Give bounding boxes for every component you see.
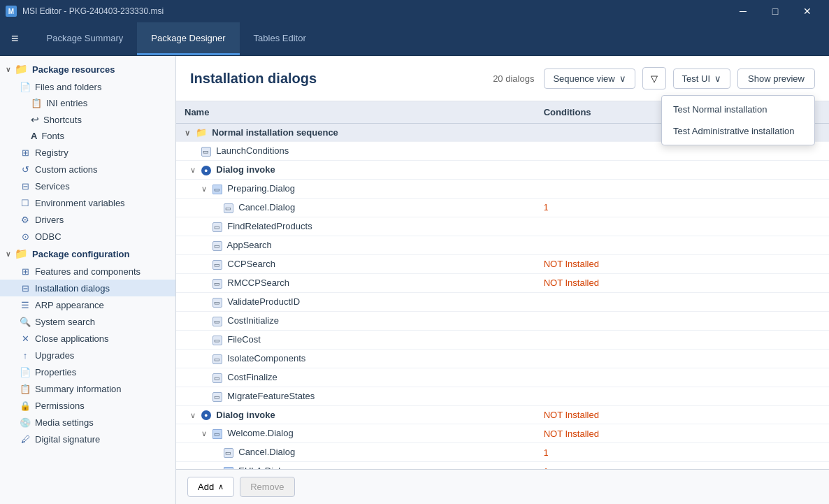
- fonts-icon: A: [31, 131, 37, 141]
- action-icon: ▭: [212, 279, 222, 289]
- sidebar-item-fonts[interactable]: A Fonts: [0, 128, 175, 144]
- table-row[interactable]: ∨ ▭ Preparing.Dialog: [176, 179, 829, 198]
- tab-package-designer[interactable]: Package Designer: [137, 22, 239, 55]
- arp-appearance-icon: ☰: [20, 299, 31, 310]
- tab-package-summary[interactable]: Package Summary: [33, 22, 138, 55]
- table-body: ∨ 📁 Normal installation sequence ▭ Launc…: [176, 124, 829, 470]
- sidebar-item-services[interactable]: ⊟ Services: [0, 178, 175, 194]
- sidebar-item-installation-dialogs[interactable]: ⊟ Installation dialogs: [0, 280, 175, 296]
- sequence-view-button[interactable]: Sequence view ∨: [544, 69, 635, 89]
- page-title: Installation dialogs: [190, 71, 317, 87]
- test-ui-button[interactable]: Test UI ∨: [673, 69, 730, 89]
- sidebar-item-arp-appearance[interactable]: ☰ ARP appearance: [0, 296, 175, 313]
- custom-actions-icon: ↺: [20, 164, 31, 175]
- header-actions: 20 dialogs Sequence view ∨ ▽ Test UI ∨ S…: [493, 67, 815, 89]
- sidebar-item-registry[interactable]: ⊞ Registry: [0, 144, 175, 161]
- folder-icon: 📁: [196, 127, 207, 138]
- row-expand-icon: ∨: [190, 411, 199, 420]
- close-button[interactable]: ✕: [791, 0, 823, 22]
- upgrades-icon: ↑: [20, 350, 31, 361]
- show-preview-button[interactable]: Show preview: [737, 69, 815, 89]
- section-package-configuration: ∨ 📁 Package configuration ⊞ Features and…: [0, 245, 175, 447]
- dropdown-item-test-normal[interactable]: Test Normal installation: [662, 99, 814, 120]
- action-icon: ▭: [212, 373, 222, 383]
- sidebar-item-environment-variables[interactable]: ☐ Environment variables: [0, 194, 175, 211]
- title-bar: M MSI Editor - PKG-240403-233330.msi ─ □…: [0, 0, 829, 22]
- table-row[interactable]: ▭ FileCost: [176, 330, 829, 349]
- table-row[interactable]: › ▭ EULA.Dialog 1: [176, 462, 829, 469]
- table-row[interactable]: ▭ RMCCPSearch NOT Installed: [176, 273, 829, 292]
- minimize-button[interactable]: ─: [727, 0, 759, 22]
- system-search-icon: 🔍: [20, 316, 31, 327]
- sidebar-item-odbc[interactable]: ⊙ ODBC: [0, 228, 175, 245]
- row-expand-icon: ∨: [201, 429, 210, 438]
- package-resources-folder-icon: 📁: [15, 63, 28, 75]
- sidebar: ∨ 📁 Package resources 📄 Files and folder…: [0, 56, 176, 504]
- odbc-icon: ⊙: [20, 231, 31, 242]
- table-row[interactable]: ▭ FindRelatedProducts: [176, 217, 829, 236]
- table-row[interactable]: ▭ CostInitialize: [176, 311, 829, 330]
- ini-entries-icon: 📋: [31, 98, 42, 108]
- table-row[interactable]: ▭ IsolateComponents: [176, 349, 829, 368]
- action-icon: ▭: [212, 336, 222, 345]
- row-expand-icon: ∨: [185, 129, 193, 138]
- row-expand-icon: ›: [212, 467, 221, 469]
- table-row[interactable]: ∨ ● Dialog invoke: [176, 161, 829, 180]
- table-row[interactable]: ▭ ValidateProductID: [176, 292, 829, 311]
- table-row[interactable]: ▭ CostFinalize: [176, 368, 829, 387]
- sidebar-group-package-configuration[interactable]: ∨ 📁 Package configuration: [0, 245, 175, 263]
- row-expand-icon: ∨: [190, 166, 199, 175]
- table-container: Name Conditions ∨ 📁 Normal installation …: [176, 101, 829, 469]
- action-icon: ▭: [212, 392, 222, 402]
- maximize-button[interactable]: □: [759, 0, 791, 22]
- sidebar-item-features-and-components[interactable]: ⊞ Features and components: [0, 263, 175, 280]
- menu-bar: ≡ Package Summary Package Designer Table…: [0, 22, 829, 56]
- services-icon: ⊟: [20, 180, 31, 192]
- summary-information-icon: 📋: [20, 383, 31, 394]
- sidebar-item-system-search[interactable]: 🔍 System search: [0, 313, 175, 330]
- package-configuration-folder-icon: 📁: [15, 247, 28, 260]
- sidebar-item-properties[interactable]: 📄 Properties: [0, 363, 175, 380]
- action-icon: ▭: [212, 241, 222, 251]
- nav-tabs: Package Summary Package Designer Tables …: [33, 22, 320, 55]
- filter-button[interactable]: ▽: [642, 67, 666, 89]
- sidebar-item-media-settings[interactable]: 💿 Media settings: [0, 414, 175, 431]
- action-icon: ▭: [201, 147, 211, 157]
- files-folders-icon: 📄: [20, 81, 31, 92]
- test-ui-dropdown: Test Normal installation Test Administra…: [661, 95, 815, 145]
- table-row[interactable]: ▭ CCPSearch NOT Installed: [176, 254, 829, 273]
- table-row[interactable]: ▭ Cancel.Dialog 1: [176, 443, 829, 462]
- table-row[interactable]: ∨ ▭ Welcome.Dialog NOT Installed: [176, 424, 829, 443]
- sidebar-item-upgrades[interactable]: ↑ Upgrades: [0, 347, 175, 363]
- table-row[interactable]: ▭ AppSearch: [176, 236, 829, 254]
- installation-dialogs-icon: ⊟: [20, 282, 31, 294]
- main-layout: ∨ 📁 Package resources 📄 Files and folder…: [0, 56, 829, 504]
- close-applications-icon: ✕: [20, 333, 31, 344]
- sidebar-item-shortcuts[interactable]: ↩ Shortcuts: [0, 111, 175, 128]
- sidebar-item-digital-signature[interactable]: 🖊 Digital signature: [0, 431, 175, 447]
- column-name: Name: [176, 101, 535, 124]
- sidebar-group-package-resources[interactable]: ∨ 📁 Package resources: [0, 60, 175, 78]
- sidebar-item-close-applications[interactable]: ✕ Close applications: [0, 330, 175, 347]
- sidebar-item-drivers[interactable]: ⚙ Drivers: [0, 211, 175, 228]
- sidebar-item-summary-information[interactable]: 📋 Summary information: [0, 380, 175, 397]
- sidebar-item-files-and-folders[interactable]: 📄 Files and folders: [0, 78, 175, 95]
- filter-icon: ▽: [651, 73, 658, 84]
- action-icon: ▭: [212, 317, 222, 326]
- env-vars-icon: ☐: [20, 197, 31, 208]
- dropdown-item-test-admin[interactable]: Test Administrative installation: [662, 120, 814, 142]
- tab-tables-editor[interactable]: Tables Editor: [240, 22, 320, 55]
- remove-button[interactable]: Remove: [240, 477, 294, 497]
- table-row[interactable]: ▭ MigrateFeatureStates: [176, 387, 829, 405]
- sidebar-item-custom-actions[interactable]: ↺ Custom actions: [0, 161, 175, 178]
- action-icon: ▭: [212, 222, 222, 232]
- add-button[interactable]: Add ∧: [187, 477, 234, 497]
- table-row[interactable]: ▭ Cancel.Dialog 1: [176, 198, 829, 217]
- hamburger-icon[interactable]: ≡: [11, 31, 19, 46]
- sidebar-item-permissions[interactable]: 🔒 Permissions: [0, 397, 175, 414]
- table-row[interactable]: ∨ ● Dialog invoke NOT Installed: [176, 405, 829, 424]
- circle-icon: ●: [201, 410, 211, 420]
- action-icon: ▭: [224, 203, 233, 213]
- sidebar-item-ini-entries[interactable]: 📋 INI entries: [0, 95, 175, 111]
- dialog-icon: ▭: [224, 467, 233, 469]
